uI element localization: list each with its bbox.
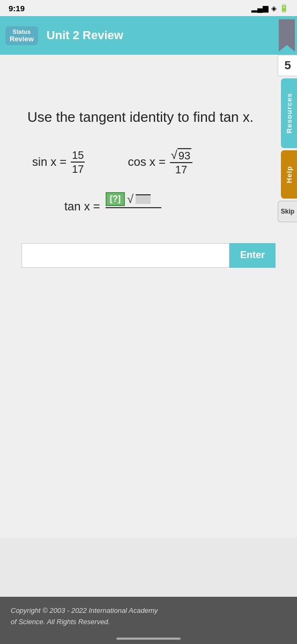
home-indicator — [116, 638, 181, 640]
page-number-tab: 5 — [278, 55, 297, 76]
cos-denominator: 17 — [174, 163, 188, 176]
footer: Copyright © 2003 - 2022 International Ac… — [0, 597, 297, 644]
status-time: 9:19 — [9, 4, 25, 13]
answer-placeholder-box[interactable]: [?] — [106, 192, 125, 206]
question-text: Use the tangent identity to find tan x. — [11, 108, 286, 127]
tan-answer-row: tan x = [?] √ — [64, 192, 286, 222]
tan-denominator — [106, 208, 111, 222]
main-content: Use the tangent identity to find tan x. … — [0, 55, 297, 538]
cos-expression: cos x = √93 17 — [128, 148, 192, 176]
sin-denominator: 17 — [71, 163, 85, 175]
tan-numerator: [?] √ — [106, 192, 162, 208]
status-icons: ▂▄▆ ◈ 🔋 — [251, 4, 288, 12]
sqrt-sign: √ — [127, 192, 133, 206]
input-area: Enter — [21, 243, 276, 268]
help-tab[interactable]: Help — [281, 150, 297, 199]
cos-label: cos x = — [128, 155, 165, 169]
status-label: Status — [10, 28, 34, 35]
help-label: Help — [285, 166, 293, 183]
sin-label: sin x = — [32, 155, 66, 169]
tan-fraction-area: [?] √ — [106, 192, 162, 222]
footer-line2: of Science. All Rights Reserved. — [11, 617, 286, 628]
sqrt-content-box[interactable] — [136, 194, 151, 204]
answer-input[interactable] — [21, 243, 229, 268]
given-values: sin x = 15 17 cos x = √93 17 — [32, 148, 286, 176]
enter-button[interactable]: Enter — [229, 243, 276, 268]
status-bar: 9:19 ▂▄▆ ◈ 🔋 — [0, 0, 297, 16]
sqrt-symbol: √ — [171, 149, 177, 161]
sin-expression: sin x = 15 17 — [32, 149, 85, 175]
header-right — [279, 16, 297, 55]
sin-numerator: 15 — [71, 149, 85, 163]
wifi-icon: ◈ — [271, 4, 277, 12]
header: Status Review Unit 2 Review — [0, 16, 297, 55]
cos-sqrt: √93 — [171, 148, 191, 162]
sin-fraction: 15 17 — [71, 149, 85, 175]
skip-label: Skip — [281, 208, 294, 215]
battery-icon: 🔋 — [279, 4, 288, 12]
resources-tab[interactable]: Resources — [281, 78, 297, 148]
signal-icon: ▂▄▆ — [251, 4, 269, 12]
footer-line1: Copyright © 2003 - 2022 International Ac… — [11, 605, 286, 617]
bookmark-icon — [279, 19, 295, 52]
header-title: Unit 2 Review — [47, 28, 123, 42]
review-label: Review — [10, 35, 34, 43]
cos-radicand: 93 — [177, 148, 191, 162]
cos-fraction: √93 17 — [170, 148, 192, 176]
tan-label: tan x = — [64, 200, 100, 214]
cos-numerator: √93 — [170, 148, 192, 163]
status-review-box[interactable]: Status Review — [5, 26, 38, 45]
resources-label: Resources — [285, 93, 293, 133]
right-sidebar: 5 Resources Help Skip — [278, 55, 297, 222]
skip-tab[interactable]: Skip — [278, 201, 297, 222]
